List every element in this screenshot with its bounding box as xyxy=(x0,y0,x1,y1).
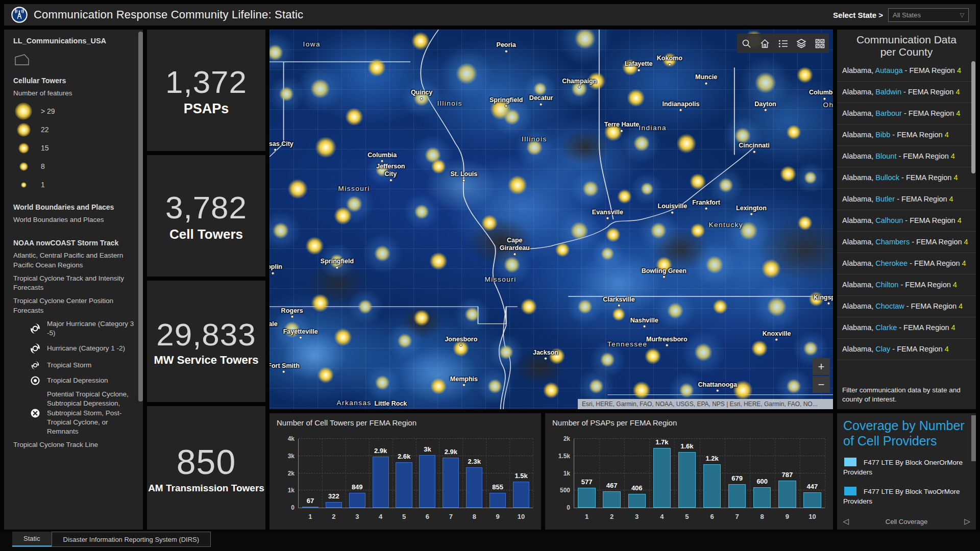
tab-dirs[interactable]: Disaster Information Reporting System (D… xyxy=(52,532,211,547)
county-row[interactable]: Alabama, Cherokee - FEMA Region 4 xyxy=(837,253,976,274)
bar[interactable] xyxy=(578,488,595,508)
bar[interactable] xyxy=(778,481,796,508)
x-axis-tick: 10 xyxy=(509,513,533,520)
noaa-region-item: Atlantic, Central Pacific and Eastern Pa… xyxy=(13,251,141,269)
bar[interactable] xyxy=(678,452,696,508)
cell-tower-glow-icon xyxy=(571,222,589,240)
bar[interactable] xyxy=(466,467,482,508)
map-toolbar xyxy=(737,34,829,53)
coverage-map[interactable]: IowaPeoriaLafayetteKokomoMuncieChampaign… xyxy=(270,30,833,409)
county-row[interactable]: Alabama, Clarke - FEMA Region 4 xyxy=(837,317,976,339)
bar-value-label: 2.9k xyxy=(374,447,387,455)
bar[interactable] xyxy=(603,491,620,508)
legend-scrollbar[interactable] xyxy=(138,32,143,402)
county-row[interactable]: Alabama, Barbour - FEMA Region 4 xyxy=(837,103,976,124)
cell-tower-glow-icon xyxy=(465,307,480,322)
basemap-icon[interactable] xyxy=(811,34,829,53)
bar[interactable] xyxy=(628,494,646,508)
county-row[interactable]: Alabama, Bibb - FEMA Region 4 xyxy=(837,124,976,146)
bar[interactable] xyxy=(326,502,342,508)
county-row[interactable]: Alabama, Clay - FEMA Region 4 xyxy=(837,339,976,360)
county-list: Alabama, Autauga - FEMA Region 4Alabama,… xyxy=(837,60,976,381)
bar[interactable] xyxy=(803,492,821,508)
bar[interactable] xyxy=(373,457,389,508)
home-icon[interactable] xyxy=(755,34,774,53)
bar[interactable] xyxy=(396,462,412,508)
coverage-scrollbar[interactable] xyxy=(971,415,976,461)
search-icon[interactable] xyxy=(737,34,755,53)
x-axis-tick: 1 xyxy=(299,513,322,520)
county-name: Bullock xyxy=(875,173,899,182)
zoom-out-button[interactable]: − xyxy=(813,376,830,393)
county-row[interactable]: Alabama, Blount - FEMA Region 4 xyxy=(837,146,976,167)
bar[interactable] xyxy=(443,458,459,508)
county-row[interactable]: Alabama, Chilton - FEMA Region 4 xyxy=(837,274,976,296)
storm-symbol-label: Major Hurricane (Category 3 -5) xyxy=(47,319,141,338)
pager-prev-icon[interactable]: ◁ xyxy=(837,517,854,526)
cell-tower-glow-icon xyxy=(691,223,705,238)
county-row[interactable]: Alabama, Butler - FEMA Region 4 xyxy=(837,189,976,210)
storm-symbol-row: Potential Tropical Cyclone, Subtropical … xyxy=(28,390,141,436)
cell-tower-glow-icon xyxy=(521,298,537,315)
tower-size-legend: > 29221581 xyxy=(13,102,141,194)
bar[interactable] xyxy=(703,464,721,508)
county-name: Clay xyxy=(875,345,890,353)
county-name: Blount xyxy=(875,152,896,160)
county-row[interactable]: Alabama, Calhoun - FEMA Region 4 xyxy=(837,210,976,232)
cell-tower-glow-icon xyxy=(656,257,672,273)
pager-next-icon[interactable]: ▷ xyxy=(959,517,976,526)
cell-tower-glow-icon xyxy=(398,334,412,348)
tower-size-label: 15 xyxy=(41,144,49,152)
county-filter-hint: Filter communication data by state and c… xyxy=(837,382,976,409)
bar[interactable] xyxy=(728,484,746,508)
coverage-swatch-icon xyxy=(844,487,856,495)
bar[interactable] xyxy=(513,482,529,508)
psaps-chart-title: Number of PSAPs per FEMA Region xyxy=(545,413,833,427)
bar-value-label: 406 xyxy=(631,484,643,492)
bar[interactable] xyxy=(419,455,435,508)
cell-tower-glow-icon xyxy=(645,348,661,364)
bar[interactable] xyxy=(349,493,365,508)
y-axis-tick: 2k xyxy=(288,470,295,477)
cell-towers-label: Cell Towers xyxy=(169,227,243,242)
county-row[interactable]: Alabama, Choctaw - FEMA Region 4 xyxy=(837,296,976,317)
bar[interactable] xyxy=(302,507,318,508)
layers-icon[interactable] xyxy=(792,34,811,53)
bar[interactable] xyxy=(489,493,506,508)
cell-tower-glow-icon xyxy=(719,178,733,193)
glow-dot-icon xyxy=(21,182,27,188)
county-list-scrollbar[interactable] xyxy=(971,61,975,173)
map-attribution: Esri, HERE, Garmin, FAO, NOAA, USGS, EPA… xyxy=(578,399,833,409)
tower-size-label: > 29 xyxy=(41,107,55,115)
cell-tower-glow-icon xyxy=(456,63,478,85)
zoom-in-button[interactable]: + xyxy=(813,358,830,375)
noaa-group-center-position: Tropical Cyclone Center Position Forecas… xyxy=(13,296,141,315)
cell-tower-glow-icon xyxy=(317,367,334,383)
state-dropdown[interactable]: All States ▽ xyxy=(888,8,969,22)
storm-symbol-label: Tropical Storm xyxy=(47,361,91,370)
fema-region-number: 4 xyxy=(945,131,949,139)
county-row[interactable]: Alabama, Bullock - FEMA Region 4 xyxy=(837,167,976,189)
cell-tower-glow-icon xyxy=(310,79,330,98)
county-row[interactable]: Alabama, Baldwin - FEMA Region 4 xyxy=(837,82,976,103)
bar[interactable] xyxy=(653,448,671,508)
county-row[interactable]: Alabama, Chambers - FEMA Region 4 xyxy=(837,232,976,253)
glow-dot-icon xyxy=(15,103,32,120)
zoom-controls: + − xyxy=(813,358,830,394)
x-axis-tick: 6 xyxy=(700,513,725,520)
bar[interactable] xyxy=(753,487,771,508)
noaa-heading: NOAA nowCOAST Storm Track xyxy=(13,239,141,247)
bar-value-label: 1.6k xyxy=(680,442,693,450)
legend-icon[interactable] xyxy=(774,34,792,53)
cell-tower-glow-icon xyxy=(315,137,337,158)
glow-dot-icon xyxy=(17,123,31,137)
fema-region-number: 4 xyxy=(949,195,953,203)
x-axis-tick: 2 xyxy=(599,513,624,520)
legend-panel: LL_Communications_USA Cellular Towers Nu… xyxy=(4,30,143,530)
cell-tower-glow-icon xyxy=(786,379,801,394)
cell-tower-glow-icon xyxy=(808,292,823,307)
cell-tower-glow-icon xyxy=(487,379,502,394)
county-row[interactable]: Alabama, Autauga - FEMA Region 4 xyxy=(837,60,976,82)
noaa-group-track-intensity: Tropical Cyclone Track and Intensity For… xyxy=(13,274,141,292)
tab-static[interactable]: Static xyxy=(12,532,52,547)
